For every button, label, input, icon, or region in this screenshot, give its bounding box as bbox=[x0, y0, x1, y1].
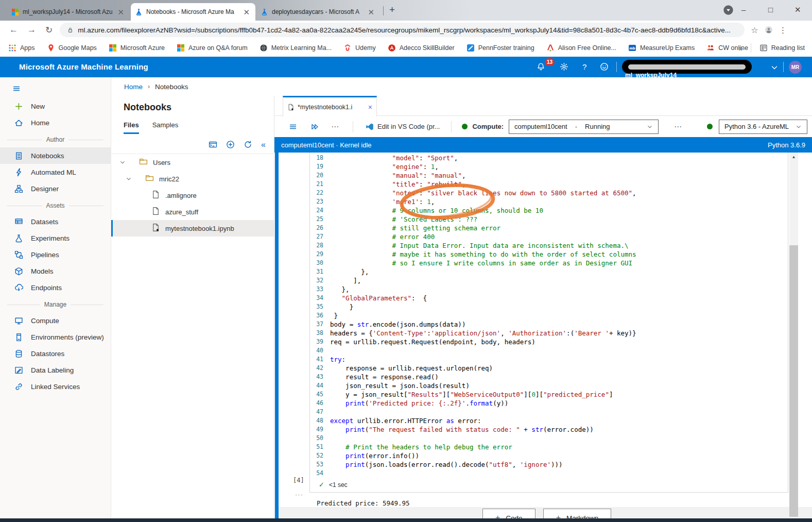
code-line: 21 "title": "rebuilt", bbox=[310, 180, 788, 189]
open-terminal-icon[interactable] bbox=[209, 140, 217, 149]
sidebar-item-label: Linked Services bbox=[31, 383, 80, 391]
code-editor[interactable]: 18 "model": "Sport", 19 "engine": 1, 20 … bbox=[310, 154, 788, 478]
feedback-smiley-icon[interactable] bbox=[600, 62, 609, 71]
bookmark-favicon-icon bbox=[8, 44, 16, 52]
tab-files[interactable]: Files bbox=[124, 121, 139, 134]
browser-menu-icon[interactable]: ⋮ bbox=[779, 25, 787, 35]
avatar[interactable]: MR bbox=[789, 61, 802, 74]
code-line: 30 # so I ensure I write columns in same… bbox=[310, 259, 788, 267]
download-status-icon[interactable] bbox=[723, 5, 734, 17]
bookmarks-overflow-icon[interactable]: » bbox=[739, 44, 743, 53]
bookmark-item[interactable]: Google Maps bbox=[47, 44, 97, 52]
tree-item-mric22[interactable]: mric22 bbox=[111, 171, 274, 187]
cell-menu-icon[interactable] bbox=[289, 123, 297, 131]
workspace-chevron-down-icon[interactable] bbox=[770, 63, 779, 72]
browser-tab[interactable]: ml_workspJuly14 - Microsoft Azu ✕ bbox=[7, 3, 130, 21]
run-all-icon[interactable] bbox=[310, 123, 319, 131]
bookmark-item[interactable]: Alison Free Online... bbox=[546, 44, 616, 52]
sidebar-item-linked-services[interactable]: Linked Services bbox=[0, 378, 111, 395]
help-icon[interactable]: ? bbox=[582, 62, 586, 71]
sidebar-item-home[interactable]: Home bbox=[0, 114, 111, 131]
bookmark-item[interactable]: Apps bbox=[8, 44, 35, 52]
kernel-dropdown[interactable]: Python 3.6 - AzureML bbox=[719, 120, 807, 134]
hamburger-menu-icon[interactable] bbox=[0, 77, 21, 98]
notebook-doc-tab[interactable]: *mytestnotebook1.i × bbox=[283, 96, 377, 116]
toolbar-more-icon[interactable]: ⋯ bbox=[331, 122, 339, 131]
bookmark-item[interactable]: Metrix Learning Ma... bbox=[260, 44, 332, 52]
sidebar-item-label: Data Labeling bbox=[31, 366, 74, 374]
bookmark-item[interactable]: Microsoft Azure bbox=[109, 44, 165, 52]
new-tab-button[interactable]: + bbox=[389, 4, 395, 15]
tree-item-label: mytestnotebook1.ipynb bbox=[165, 225, 234, 232]
files-panel: Notebooks Files Samples « Users mric22 .… bbox=[111, 96, 274, 522]
bookmark-label: Azure on Q&A forum bbox=[188, 44, 248, 52]
profile-icon[interactable] bbox=[765, 26, 773, 34]
line-number: 50 bbox=[310, 434, 330, 443]
sidebar-item-datasets[interactable]: Datasets bbox=[0, 213, 111, 230]
datasets-icon bbox=[14, 217, 23, 226]
code-cell[interactable]: 18 "model": "Sport", 19 "engine": 1, 20 … bbox=[309, 153, 788, 493]
sidebar-item-data-labeling[interactable]: Data Labeling bbox=[0, 362, 111, 378]
bookmark-item[interactable]: PennFoster training bbox=[467, 44, 534, 52]
bookmark-item[interactable]: Azure on Q&A forum bbox=[177, 44, 248, 52]
sidebar-item-designer[interactable]: Designer bbox=[0, 180, 111, 197]
bookmark-item[interactable]: Adecco SkillBuilder bbox=[388, 44, 455, 52]
notifications-bell-icon[interactable] bbox=[537, 62, 545, 71]
code-line: 38 headers = {'Content-Type':'applicatio… bbox=[310, 329, 788, 338]
edit-vscode-button[interactable]: Edit in VS Code (pr... bbox=[377, 123, 440, 130]
scrollbar-thumb[interactable] bbox=[789, 245, 798, 517]
line-number: 32 bbox=[310, 276, 330, 285]
window-minimize-button[interactable]: – bbox=[741, 5, 746, 14]
tab-close-icon[interactable]: ✕ bbox=[241, 8, 251, 16]
window-close-button[interactable]: ✕ bbox=[794, 5, 801, 14]
tab-samples[interactable]: Samples bbox=[152, 121, 179, 134]
tree-chevron-down-icon[interactable] bbox=[117, 159, 128, 165]
url-input[interactable]: ml.azure.com/fileexplorerAzNB?wsid=/subs… bbox=[60, 23, 745, 37]
pipelines-icon bbox=[14, 250, 23, 259]
browser-tab[interactable]: deploytuesdaycars - Microsoft A ✕ bbox=[256, 3, 380, 21]
reload-icon[interactable]: ↻ bbox=[45, 25, 53, 36]
tree-item--amlignore[interactable]: .amlignore bbox=[111, 187, 274, 204]
bookmark-label: Alison Free Online... bbox=[558, 44, 616, 52]
compute-dropdown[interactable]: computeml10cent - Running bbox=[509, 120, 659, 134]
sidebar-item-compute[interactable]: Compute bbox=[0, 312, 111, 329]
back-icon[interactable]: ← bbox=[9, 25, 18, 35]
settings-gear-icon[interactable] bbox=[560, 62, 568, 71]
sidebar-item-datastores[interactable]: Datastores bbox=[0, 345, 111, 362]
window-maximize-button[interactable]: □ bbox=[768, 5, 773, 14]
sidebar-item-endpoints[interactable]: Endpoints bbox=[0, 279, 111, 296]
tree-item-Users[interactable]: Users bbox=[111, 154, 274, 171]
sidebar-item-environments-preview-[interactable]: Environments (preview) bbox=[0, 329, 111, 345]
tree-item-azure-stuff[interactable]: azure_stuff bbox=[111, 204, 274, 220]
bookmark-item[interactable]: Udemy bbox=[343, 44, 376, 52]
sidebar-item-models[interactable]: Models bbox=[0, 263, 111, 279]
reading-list-button[interactable]: Reading list bbox=[759, 44, 805, 52]
tab-close-icon[interactable]: ✕ bbox=[116, 8, 126, 16]
refresh-icon[interactable] bbox=[244, 140, 252, 149]
scroll-up-icon[interactable]: ▲ bbox=[789, 153, 798, 159]
sidebar-item-label: Experiments bbox=[31, 234, 70, 242]
sidebar-item-experiments[interactable]: Experiments bbox=[0, 230, 111, 246]
sidebar-item-pipelines[interactable]: Pipelines bbox=[0, 246, 111, 263]
folder-icon bbox=[139, 157, 148, 167]
collapse-panel-icon[interactable]: « bbox=[261, 141, 266, 149]
output-more-icon[interactable]: ··· bbox=[295, 491, 303, 498]
tab-close-icon[interactable]: ✕ bbox=[366, 8, 376, 16]
doc-tab-close-icon[interactable]: × bbox=[368, 103, 372, 111]
bookmark-item[interactable]: mbMeasureUp Exams bbox=[628, 44, 695, 52]
tree-item-mytestnotebook1-ipynb[interactable]: mytestnotebook1.ipynb bbox=[111, 220, 274, 237]
breadcrumb-home-link[interactable]: Home bbox=[124, 83, 143, 91]
sidebar-item-new[interactable]: New bbox=[0, 98, 111, 114]
bookmark-star-icon[interactable]: ☆ bbox=[751, 25, 758, 35]
line-number: 48 bbox=[310, 416, 330, 425]
sidebar-item-automated-ml[interactable]: Automated ML bbox=[0, 164, 111, 180]
code-line: 40 bbox=[310, 346, 788, 355]
compute-more-icon[interactable]: ⋯ bbox=[674, 122, 682, 131]
flask-icon bbox=[14, 234, 23, 243]
add-files-icon[interactable] bbox=[226, 140, 235, 149]
sidebar-item-notebooks[interactable]: Notebooks bbox=[0, 147, 111, 164]
forward-icon[interactable]: → bbox=[27, 25, 36, 35]
tree-chevron-down-icon[interactable] bbox=[124, 176, 134, 182]
notebook-scrollbar[interactable]: ▲ bbox=[789, 153, 798, 518]
browser-tab[interactable]: Notebooks - Microsoft Azure Ma ✕ bbox=[131, 3, 255, 21]
